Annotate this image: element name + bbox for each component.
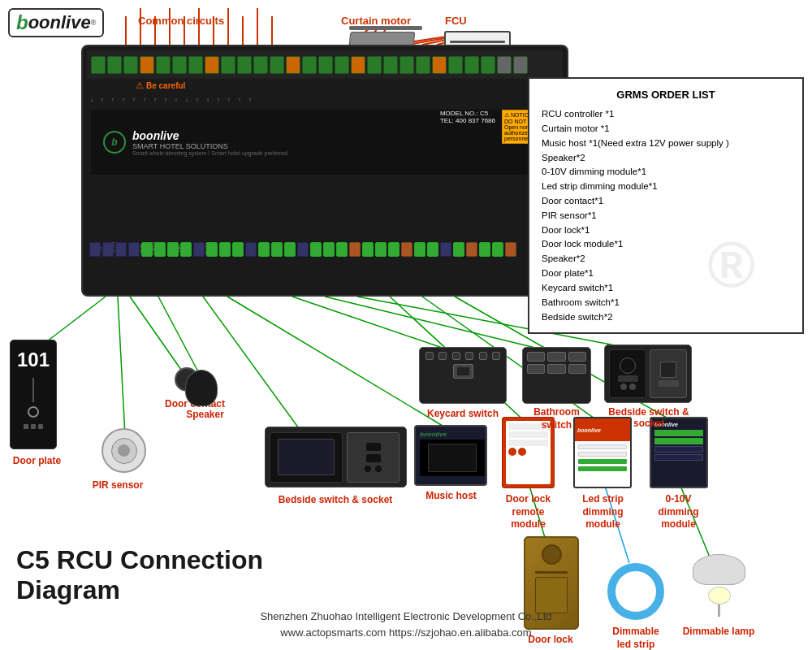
- logo-b-icon: b: [16, 11, 28, 34]
- bedside-lower-device: [265, 427, 407, 488]
- music-host-device: boonlive: [414, 425, 487, 486]
- grms-item: Speaker*2: [542, 151, 790, 166]
- logo-text: oonlive: [28, 12, 91, 33]
- footer-company: Shenzhen Zhuohao Intelligent Electronic …: [0, 609, 812, 625]
- header: b oonlive ®: [8, 8, 104, 37]
- grms-item: Bedside switch*2: [542, 310, 790, 325]
- bedside-lower-label: Bedside switch & socket: [270, 494, 400, 505]
- grms-item: Music host *1(Need extra 12V power suppl…: [542, 136, 790, 151]
- grms-item: Led strip dimming module*1: [542, 180, 790, 194]
- grms-order-list: GRMS ORDER LIST RCU controller *1Curtain…: [528, 77, 804, 334]
- bedside-upper-device: [604, 344, 692, 403]
- grms-item: Curtain motor *1: [542, 122, 790, 136]
- door-number: 101: [17, 349, 50, 371]
- door-plate-device: 101: [10, 340, 57, 449]
- bathroom-switch-label: Bathroomswitch: [522, 406, 591, 431]
- grms-item: PIR sensor*1: [542, 209, 790, 223]
- model-label: MODEL NO.: C5 TEL: 400 837 7686: [440, 110, 495, 124]
- svg-line-23: [227, 297, 451, 431]
- watermark-r: ®: [706, 228, 754, 302]
- pir-sensor-device: [102, 428, 146, 473]
- svg-line-24: [292, 297, 459, 353]
- grms-item: RCU controller *1: [542, 107, 790, 122]
- footer: Shenzhen Zhuohao Intelligent Electronic …: [0, 609, 812, 640]
- bathroom-switch-device: [522, 347, 591, 404]
- speaker-label: Speaker: [179, 409, 231, 420]
- title-section: C5 RCU Connection Diagram: [16, 545, 341, 605]
- door-lock-module-label: Door lockremotemodule: [494, 493, 563, 531]
- label-common-circuits: Common circuits: [138, 15, 224, 27]
- device-brand-label: SMART HOTEL SOLUTIONS: [132, 142, 287, 150]
- grms-item: 0-10V dimming module*1: [542, 165, 790, 180]
- be-careful-label: ⚠ Be careful: [136, 80, 185, 91]
- dimming-010v-label: 0-10Vdimmingmodule: [644, 493, 713, 531]
- keycard-switch-label: Keycard switch: [419, 408, 507, 419]
- pir-sensor-label: PIR sensor: [85, 479, 150, 491]
- label-curtain-motor: Curtain motor: [341, 15, 411, 27]
- logo-box: b oonlive ®: [8, 8, 104, 37]
- speaker-device: [185, 370, 218, 406]
- grms-item: Door contact*1: [542, 194, 790, 209]
- svg-line-21: [158, 297, 201, 378]
- label-fcu: FCU: [445, 15, 467, 27]
- rcu-device: ⚠ Be careful ↓ ↑ ↑ ↑ ↑ ↑ ↑ ↑ ↑ ↓ ↑ ↑ ↑ ↑…: [81, 45, 568, 297]
- grms-title: GRMS ORDER LIST: [542, 87, 790, 103]
- door-plate-label: Door plate: [6, 455, 67, 466]
- led-strip-module-label: Led stripdimmingmodule: [568, 493, 637, 531]
- footer-website: www.actopsmarts.com https://szjohao.en.a…: [0, 625, 812, 641]
- device-sub-label: Smart whole dimming system / Smart hotel…: [132, 150, 287, 156]
- logo-registered: ®: [91, 19, 97, 27]
- music-host-label: Music host: [417, 490, 486, 501]
- diagram-title: C5 RCU Connection Diagram: [16, 545, 341, 605]
- keycard-switch-device: [419, 347, 507, 404]
- svg-line-20: [130, 297, 187, 378]
- bedside-upper-label: Bedside switch & socket: [604, 406, 693, 429]
- svg-line-25: [325, 297, 559, 353]
